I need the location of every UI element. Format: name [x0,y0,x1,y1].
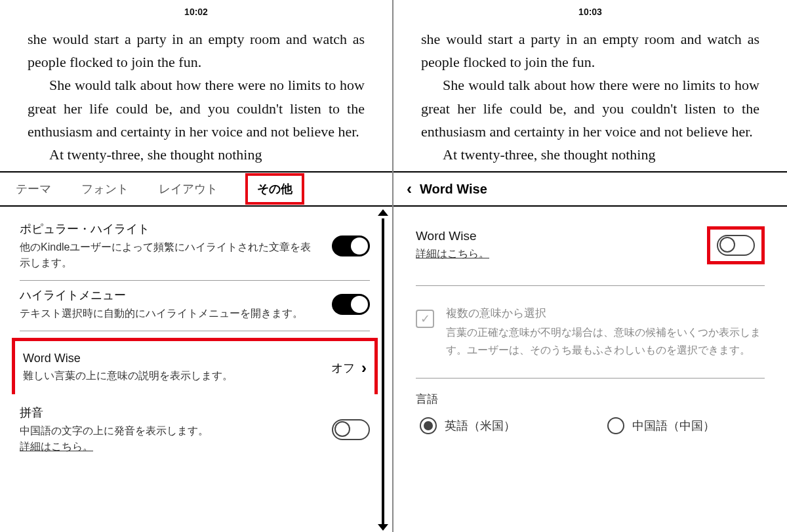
ww-link[interactable]: 詳細はこちら。 [416,246,489,262]
scroll-up-icon[interactable] [378,209,388,216]
tab-font[interactable]: フォント [79,177,131,201]
wordwise-desc: 難しい言葉の上に意味の説明を表示します。 [23,368,319,384]
toggle-popular[interactable] [332,235,370,256]
row-highlight-menu[interactable]: ハイライトメニュー テキスト選択時に自動的にハイライトメニューを開きます。 [20,281,370,331]
checkbox-icon[interactable]: ✓ [416,310,434,328]
highlight-desc: テキスト選択時に自動的にハイライトメニューを開きます。 [20,306,320,321]
row-pinyin[interactable]: 拼音 中国語の文字の上に発音を表示します。 詳細はこちら。 [20,401,370,464]
wordwise-header-title: Word Wise [420,182,487,197]
toggle-highlight-box [707,226,765,264]
popular-desc: 他のKindleユーザーによって頻繁にハイライトされた文章を表示します。 [20,239,320,271]
row-wordwise-main: Word Wise 詳細はこちら。 [416,226,765,286]
wordwise-header: ‹ Word Wise [394,171,787,207]
toggle-highlight[interactable] [332,294,370,315]
para-2-r: She would talk about how there were no l… [421,73,759,143]
language-section: 言語 英語（米国） 中国語（中国） [416,379,765,434]
toggle-wordwise[interactable] [717,235,755,256]
radio-icon-unselected [607,417,624,434]
clock-right: 10:03 [394,0,787,20]
wordwise-value[interactable]: オフ › [331,359,367,377]
pinyin-title: 拼音 [20,405,320,420]
para-2: She would talk about how there were no l… [28,73,365,143]
reader-body-right: she would start a party in an empty room… [394,20,787,171]
check-title: 複数の意味から選択 [446,306,765,321]
wordwise-value-text: オフ [331,360,355,376]
scrollbar[interactable] [382,218,384,525]
highlight-title: ハイライトメニュー [20,287,320,303]
para-3-r: At twenty-three, she thought nothing [421,143,759,166]
tab-other[interactable]: その他 [245,173,304,205]
wordwise-body: Word Wise 詳細はこちら。 ✓ 複数の意味から選択 言葉の正確な意味が不… [394,207,787,532]
radio-chinese-label: 中国語（中国） [632,418,715,434]
left-pane: 10:02 she would start a party in an empt… [0,0,394,532]
para-1-r: she would start a party in an empty room… [421,28,759,73]
toggle-pinyin[interactable] [332,419,370,440]
pinyin-desc: 中国語の文字の上に発音を表示します。 詳細はこちら。 [20,423,320,455]
para-3: At twenty-three, she thought nothing [28,143,365,166]
radio-english[interactable]: 英語（米国） [420,417,515,434]
ww-title: Word Wise [416,229,489,243]
radio-icon-selected [420,417,437,434]
popular-title: ポピュラー・ハイライト [20,221,320,237]
tab-theme[interactable]: テーマ [13,177,54,201]
row-multiple-meanings[interactable]: ✓ 複数の意味から選択 言葉の正確な意味が不明な場合は、意味の候補をいくつか表示… [416,286,765,378]
row-word-wise[interactable]: Word Wise 難しい言葉の上に意味の説明を表示します。 オフ › [12,338,378,394]
clock-left: 10:02 [0,0,392,20]
pinyin-link[interactable]: 詳細はこちら。 [20,441,93,452]
scroll-down-icon[interactable] [378,524,388,531]
reader-body-left: she would start a party in an empty room… [0,20,392,171]
back-chevron-icon[interactable]: ‹ [407,180,412,198]
radio-english-label: 英語（米国） [445,418,515,434]
row-popular-highlights[interactable]: ポピュラー・ハイライト 他のKindleユーザーによって頻繁にハイライトされた文… [20,215,370,281]
language-label: 言語 [416,392,765,407]
check-desc: 言葉の正確な意味が不明な場合は、意味の候補をいくつか表示します。ユーザーは、その… [446,323,765,359]
right-pane: 10:03 she would start a party in an empt… [394,0,787,532]
wordwise-title: Word Wise [23,352,319,365]
para-1: she would start a party in an empty room… [28,28,365,73]
settings-tab-bar: テーマ フォント レイアウト その他 [0,171,392,207]
radio-chinese[interactable]: 中国語（中国） [607,417,715,434]
chevron-right-icon: › [361,359,367,377]
tab-layout[interactable]: レイアウト [156,177,220,201]
settings-list: ポピュラー・ハイライト 他のKindleユーザーによって頻繁にハイライトされた文… [0,207,392,532]
